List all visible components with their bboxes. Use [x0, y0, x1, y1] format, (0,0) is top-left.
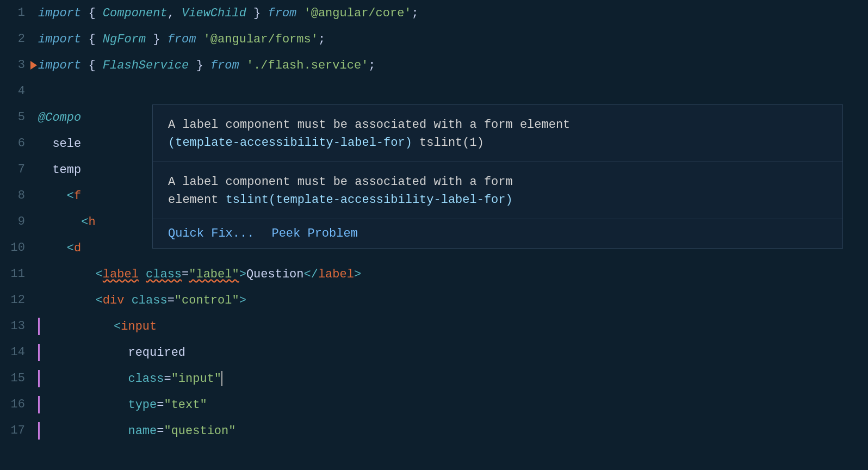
- code-line-4: [34, 78, 868, 104]
- line-numbers: 1 2 3 4 5 6 7 8 9 10 11 12 13 14 15 16 1…: [0, 0, 34, 470]
- class-ngform: NgForm: [103, 33, 146, 46]
- tooltip-section-2: A label component must be associated wit…: [153, 162, 842, 219]
- tooltip-element: element: [168, 193, 218, 207]
- tooltip-text-1: A label component must be associated wit…: [168, 116, 827, 152]
- line-number-14: 14: [0, 339, 25, 366]
- text-cursor: [221, 371, 222, 386]
- keyword-import-2: import: [38, 33, 81, 46]
- line-number-17: 17: [0, 418, 25, 444]
- code-line-15: class = "input": [34, 366, 868, 392]
- string-angular-forms: '@angular/forms': [203, 33, 318, 46]
- tooltip-popup: A label component must be associated wit…: [152, 104, 843, 249]
- code-line-3: import { FlashService } from './flash.se…: [34, 52, 868, 78]
- keyword-import-1: import: [38, 7, 81, 20]
- code-line-13: < input: [34, 313, 868, 339]
- peek-problem-button[interactable]: Peek Problem: [271, 227, 357, 240]
- code-line-11: < label class = "label" > Question </ la…: [34, 261, 868, 287]
- breakpoint-arrow: [30, 61, 37, 70]
- pink-indent-bar-17: [38, 422, 40, 440]
- keyword-from-1: from: [268, 7, 297, 20]
- line-number-9: 9: [0, 209, 25, 235]
- class-flashservice: FlashService: [103, 59, 189, 72]
- pink-indent-bar-15: [38, 370, 40, 387]
- class-viewchild: ViewChild: [182, 7, 246, 20]
- editor-container: 1 2 3 4 5 6 7 8 9 10 11 12 13 14 15 16 1…: [0, 0, 868, 470]
- line-number-11: 11: [0, 261, 25, 287]
- keyword-from-3: from: [210, 59, 239, 72]
- tooltip-tslint-1: tslint(1): [419, 136, 484, 150]
- tag-label: label: [103, 268, 139, 281]
- code-line-2: import { NgForm } from '@angular/forms' …: [34, 26, 868, 52]
- line-number-3: 3: [0, 52, 25, 78]
- keyword-from-2: from: [168, 33, 196, 46]
- pink-indent-bar-16: [38, 396, 40, 413]
- line-number-6: 6: [0, 131, 25, 157]
- line-number-15: 15: [0, 366, 25, 392]
- tooltip-rule-1: (template-accessibility-label-for): [168, 136, 412, 150]
- line-number-8: 8: [0, 183, 25, 209]
- code-line-16: type = "text": [34, 392, 868, 418]
- line-number-10: 10: [0, 235, 25, 261]
- code-area: import { Component , ViewChild } from '@…: [34, 0, 868, 470]
- quick-fix-button[interactable]: Quick Fix...: [168, 227, 254, 240]
- string-angular-core: '@angular/core': [304, 7, 412, 20]
- string-flash-service: './flash.service': [246, 59, 368, 72]
- line-number-5: 5: [0, 104, 25, 131]
- line-number-2: 2: [0, 26, 25, 52]
- line-number-1: 1: [0, 0, 25, 26]
- code-line-12: < div class = "control" >: [34, 287, 868, 313]
- tooltip-rule-2: tslint(template-accessibility-label-for): [226, 193, 513, 207]
- tooltip-actions: Quick Fix... Peek Problem: [153, 219, 842, 248]
- decorator-component: @Compo: [38, 111, 81, 125]
- code-line-1: import { Component , ViewChild } from '@…: [34, 0, 868, 26]
- tooltip-section-1: A label component must be associated wit…: [153, 105, 842, 162]
- pink-indent-bar: [38, 318, 40, 335]
- line-number-12: 12: [0, 287, 25, 313]
- line-number-16: 16: [0, 392, 25, 418]
- pink-indent-bar-14: [38, 344, 40, 361]
- tooltip-text-2: A label component must be associated wit…: [168, 173, 827, 209]
- class-component: Component: [103, 7, 168, 20]
- keyword-import-3: import: [38, 59, 81, 72]
- line-number-7: 7: [0, 157, 25, 183]
- code-line-14: required: [34, 339, 868, 366]
- line-number-13: 13: [0, 313, 25, 339]
- line-number-4: 4: [0, 78, 25, 104]
- code-line-17: name = "question": [34, 418, 868, 444]
